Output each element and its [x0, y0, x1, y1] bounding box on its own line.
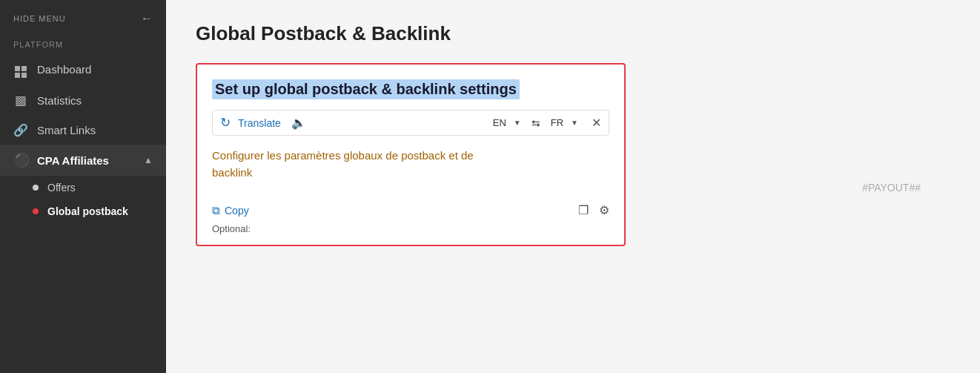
sidebar-item-statistics[interactable]: ▩ Statistics [0, 85, 166, 116]
sidebar-item-label: CPA Affiliates [37, 154, 109, 167]
translated-text: Configurer les paramètres globaux de pos… [212, 148, 609, 181]
offers-dot-icon [33, 185, 39, 191]
card-bottom-bar: ⧉ Copy ❐ ⚙ [212, 203, 609, 217]
sound-icon[interactable]: 🔈 [291, 116, 306, 130]
copy-icon: ⧉ [212, 204, 220, 217]
translated-line-2: backlink [212, 166, 252, 179]
close-translate-icon[interactable]: ✕ [592, 116, 601, 130]
open-external-icon[interactable]: ❐ [578, 203, 589, 217]
sidebar-item-label: Statistics [37, 94, 82, 107]
translated-line-1: Configurer les paramètres globaux de pos… [212, 149, 474, 162]
bar-chart-icon: ▩ [13, 93, 28, 108]
dropdown-arrow-icon: ▼ [514, 119, 521, 127]
sidebar-item-cpa-affiliates[interactable]: ⚫ CPA Affiliates ▲ [0, 145, 166, 176]
sidebar: HIDE MENU ← PLATFORM Dashboard ▩ Statist… [0, 0, 166, 373]
sidebar-item-label: Dashboard [37, 63, 91, 76]
copy-button[interactable]: ⧉ Copy [212, 204, 249, 217]
translate-refresh-icon: ↻ [220, 115, 231, 131]
page-title: Global Postback & Backlink [196, 22, 950, 45]
translate-toolbar: ↻ Translate 🔈 EN ▼ ⇆ FR ▼ ✕ [212, 110, 609, 136]
swap-langs-icon[interactable]: ⇆ [532, 117, 540, 129]
settings-card: Set up global postback & backlink settin… [196, 63, 626, 246]
card-bottom-actions: ❐ ⚙ [578, 203, 609, 217]
platform-section-label: PLATFORM [0, 34, 166, 53]
sidebar-item-dashboard[interactable]: Dashboard [0, 53, 166, 85]
copy-label: Copy [225, 205, 249, 217]
main-content: Global Postback & Backlink Set up global… [166, 0, 980, 373]
lang-from-selector[interactable]: EN [493, 117, 506, 128]
payout-hint: #PAYOUT## [862, 182, 921, 194]
lang-to-selector[interactable]: FR [551, 117, 563, 128]
dropdown-arrow-icon-2: ▼ [571, 119, 578, 127]
hide-menu-bar: HIDE MENU ← [0, 0, 166, 34]
sidebar-item-label: Smart Links [37, 124, 96, 136]
translate-button[interactable]: Translate [238, 117, 281, 129]
sidebar-sub-item-label: Global postback [47, 205, 128, 217]
settings-gear-icon[interactable]: ⚙ [599, 203, 609, 217]
sidebar-sub-item-label: Offers [47, 182, 76, 194]
hide-menu-label: HIDE MENU [13, 14, 66, 23]
card-title: Set up global postback & backlink settin… [212, 79, 520, 99]
chevron-up-icon: ▲ [144, 155, 153, 165]
global-postback-dot-icon [33, 208, 39, 214]
cpa-circle-icon: ⚫ [13, 152, 28, 168]
dashboard-icon [13, 61, 28, 78]
hide-menu-arrow-icon[interactable]: ← [141, 12, 153, 25]
optional-label: Optional: [212, 223, 609, 234]
sidebar-sub-item-global-postback[interactable]: Global postback [0, 199, 166, 223]
link-icon: 🔗 [13, 123, 28, 137]
sidebar-sub-item-offers[interactable]: Offers [0, 176, 166, 199]
sidebar-item-smart-links[interactable]: 🔗 Smart Links [0, 116, 166, 145]
